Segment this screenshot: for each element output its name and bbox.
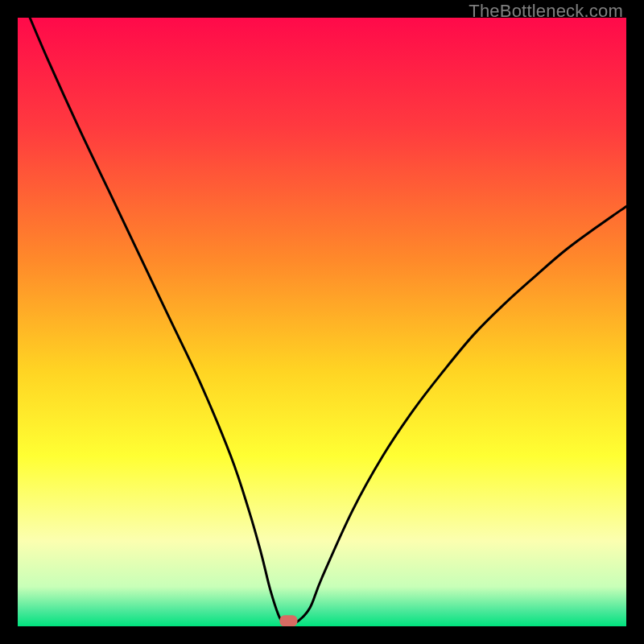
chart-svg (18, 18, 626, 626)
gradient-background (18, 18, 626, 626)
chart-frame: TheBottleneck.com (0, 0, 644, 644)
optimal-marker (279, 615, 297, 626)
plot-area (18, 18, 626, 626)
watermark-text: TheBottleneck.com (469, 1, 623, 22)
